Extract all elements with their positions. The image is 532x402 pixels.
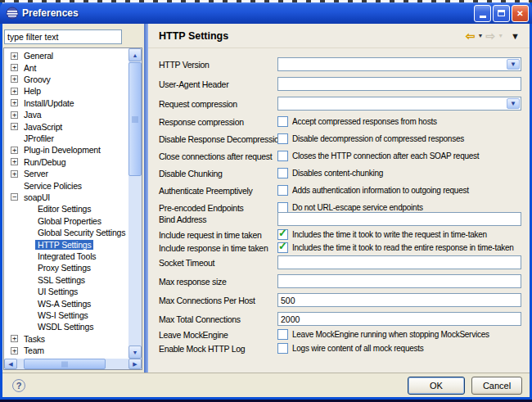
include-response-in-time-taken-checkbox[interactable]: ✓ <box>277 242 288 253</box>
disable-response-decompression-checkbox[interactable] <box>277 133 288 144</box>
filter-input[interactable] <box>4 29 122 44</box>
combo-arrow-icon[interactable]: ▼ <box>507 59 520 70</box>
tree-item-integrated-tools[interactable]: Integrated Tools <box>4 251 98 262</box>
scroll-left-icon[interactable]: ◀ <box>4 359 17 369</box>
tree-item-java[interactable]: +Java <box>4 109 43 120</box>
socket-timeout-input[interactable] <box>277 255 521 269</box>
request-compression-combo[interactable]: ▼ <box>277 97 521 111</box>
tree-item-label[interactable]: Team <box>21 346 47 355</box>
titlebar[interactable]: Preferences ✕ <box>0 2 532 24</box>
response-compression-checkbox[interactable] <box>277 116 288 127</box>
tree-item-ws-a-settings[interactable]: WS-A Settings <box>4 297 93 309</box>
expand-icon[interactable]: + <box>11 335 18 342</box>
expand-icon[interactable]: + <box>11 88 18 95</box>
expand-icon[interactable]: + <box>11 52 18 60</box>
tree-item-label[interactable]: Global Properties <box>35 216 104 226</box>
expand-icon[interactable]: + <box>11 111 18 119</box>
tree-item-general[interactable]: +General <box>4 50 56 61</box>
bind-address-input[interactable] <box>277 212 521 226</box>
tree-item-label[interactable]: UI Settings <box>35 287 80 296</box>
http-version-combo[interactable]: ▼ <box>277 57 521 71</box>
tree-horizontal-scrollbar[interactable]: ◀ ▶ <box>4 359 142 369</box>
enable-mock-http-log-checkbox[interactable] <box>277 343 288 354</box>
tree-item-soapui[interactable]: −soapUI <box>4 192 52 203</box>
tree-item-label[interactable]: Proxy Settings <box>35 263 93 273</box>
tree-item-http-settings[interactable]: HTTP Settings <box>4 238 93 250</box>
tree-item-help[interactable]: +Help <box>4 85 43 97</box>
tree-item-label[interactable]: Editor Settings <box>35 204 93 214</box>
combo-arrow-icon[interactable]: ▼ <box>507 98 520 109</box>
back-dropdown-icon[interactable]: ▼ <box>478 33 484 38</box>
tree-item-ssl-settings[interactable]: SSL Settings <box>4 274 88 286</box>
tree-item-label[interactable]: Java <box>21 110 43 120</box>
tree-item-label[interactable]: Server <box>21 169 51 178</box>
cancel-button[interactable]: Cancel <box>471 377 522 395</box>
tree-item-label[interactable]: Tasks <box>21 334 47 344</box>
scroll-up-icon[interactable]: ▲ <box>128 48 142 61</box>
help-icon[interactable]: ? <box>12 379 25 392</box>
disable-chunking-checkbox[interactable] <box>277 168 288 178</box>
tree-item-label[interactable]: WS-A Settings <box>35 299 93 309</box>
horizontal-scroll-thumb[interactable] <box>24 359 106 369</box>
tree-item-label[interactable]: Ant <box>21 63 38 73</box>
max-response-size-input[interactable] <box>277 274 521 288</box>
minimize-button[interactable] <box>474 5 491 22</box>
tree-item-label[interactable]: Groovy <box>21 75 53 84</box>
tree-item-label[interactable]: Run/Debug <box>21 157 68 167</box>
user-agent-header-input[interactable] <box>277 77 521 91</box>
include-request-in-time-taken-checkbox[interactable]: ✓ <box>277 229 288 240</box>
scroll-down-icon[interactable]: ▼ <box>128 346 142 359</box>
tree-item-server[interactable]: +Server <box>4 168 51 179</box>
tree-item-label[interactable]: WS-I Settings <box>35 310 91 320</box>
maximize-button[interactable] <box>493 5 510 22</box>
scroll-right-icon[interactable]: ▶ <box>128 359 142 369</box>
tree-item-service-policies[interactable]: Service Policies <box>4 179 84 191</box>
tree-item-proxy-settings[interactable]: Proxy Settings <box>4 262 93 273</box>
ok-button[interactable]: OK <box>408 377 465 395</box>
tree-item-ui-settings[interactable]: UI Settings <box>4 286 80 297</box>
tree-item-label[interactable]: JavaScript <box>21 122 65 132</box>
tree-item-label[interactable]: HTTP Settings <box>35 240 93 250</box>
tree-item-label[interactable]: Help <box>21 86 43 96</box>
vertical-scroll-thumb[interactable] <box>128 62 142 176</box>
expand-icon[interactable]: + <box>11 99 18 106</box>
expand-icon[interactable]: + <box>11 158 18 165</box>
tree-item-jprofiler[interactable]: JProfiler <box>4 133 56 144</box>
tree-item-label[interactable]: General <box>21 51 56 61</box>
tree-item-label[interactable]: Service Policies <box>21 181 84 191</box>
tree-item-label[interactable]: soapUI <box>21 192 52 202</box>
expand-icon[interactable]: + <box>11 170 18 178</box>
close-connections-after-request-checkbox[interactable] <box>277 151 288 161</box>
tree-item-tasks[interactable]: +Tasks <box>4 333 47 345</box>
tree-item-ant[interactable]: +Ant <box>4 61 38 73</box>
tree-item-team[interactable]: +Team <box>4 345 47 356</box>
tree-item-label[interactable]: WSDL Settings <box>35 322 96 332</box>
tree-item-plug-in-development[interactable]: +Plug-in Development <box>4 144 103 156</box>
leave-mockengine-checkbox[interactable] <box>277 329 288 340</box>
tree-item-install-update[interactable]: +Install/Update <box>4 97 76 109</box>
tree-vertical-scrollbar[interactable]: ▲ ▼ <box>128 48 142 359</box>
max-total-connections-input[interactable]: 2000 <box>277 312 521 326</box>
tree-item-label[interactable]: Plug-in Development <box>21 145 103 155</box>
expand-icon[interactable]: + <box>11 347 18 355</box>
tree-item-label[interactable]: Install/Update <box>21 98 76 108</box>
tree-item-global-properties[interactable]: Global Properties <box>4 215 104 227</box>
tree-item-global-security-settings[interactable]: Global Security Settings <box>4 227 128 238</box>
tree-item-ws-i-settings[interactable]: WS-I Settings <box>4 309 91 321</box>
close-button[interactable]: ✕ <box>512 5 529 22</box>
view-menu-icon[interactable]: ▼ <box>511 31 520 41</box>
authenticate-preemptively-checkbox[interactable] <box>277 185 288 196</box>
tree-item-label[interactable]: Global Security Settings <box>35 228 128 237</box>
tree-item-javascript[interactable]: +JavaScript <box>4 120 65 132</box>
tree-item-label[interactable]: Integrated Tools <box>35 251 98 261</box>
tree-item-label[interactable]: JProfiler <box>21 133 56 143</box>
max-connections-per-host-input[interactable]: 500 <box>277 293 521 307</box>
expand-icon[interactable]: + <box>11 64 18 71</box>
tree-item-wsdl-settings[interactable]: WSDL Settings <box>4 321 96 332</box>
tree-item-label[interactable]: SSL Settings <box>35 275 88 285</box>
tree-item-groovy[interactable]: +Groovy <box>4 74 53 85</box>
tree-item-editor-settings[interactable]: Editor Settings <box>4 203 93 215</box>
expand-icon[interactable]: + <box>11 123 18 130</box>
collapse-icon[interactable]: − <box>11 193 18 201</box>
expand-icon[interactable]: + <box>11 75 18 83</box>
